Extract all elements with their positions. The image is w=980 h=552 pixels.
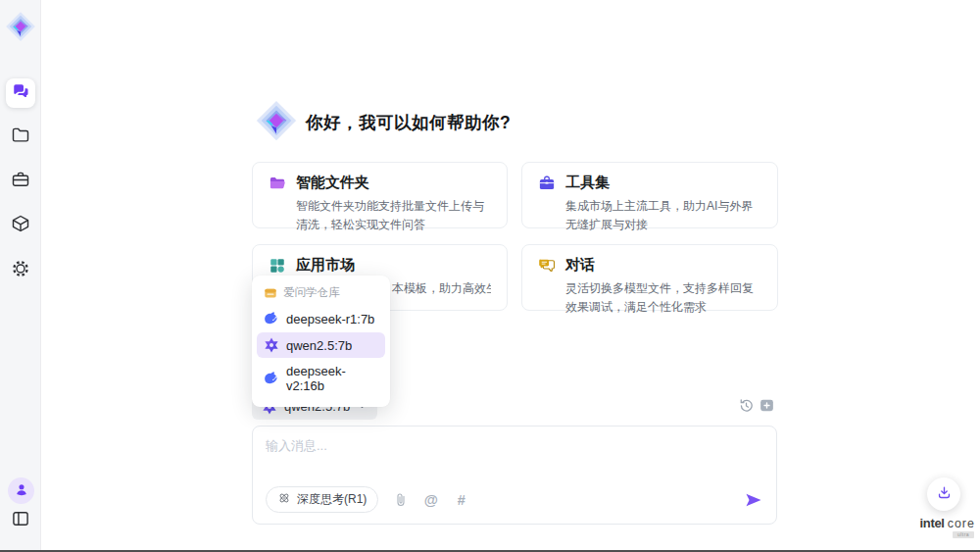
deep-think-toggle[interactable]: 深度思考(R1) [266,486,378,513]
model-group-label: 爱问学仓库 [283,285,340,300]
model-option-qwen[interactable]: qwen2.5:7b [257,332,385,358]
qwen-icon [264,337,279,353]
toolset-briefcase-icon [538,175,556,192]
at-icon[interactable]: @ [422,491,439,508]
dialog-bubbles-icon [538,257,556,275]
intel-badge: ultra [953,531,974,538]
model-option-deepseek-r1[interactable]: deepseek-r1:7b [257,306,385,331]
sidebar-item-toolbox[interactable] [10,171,31,192]
card-smart-folder[interactable]: 智能文件夹 智能文件夹功能支持批量文件上传与清洗，轻松实现文件问答 [252,162,508,228]
briefcase-icon [11,170,30,193]
history-icon[interactable] [738,397,755,414]
composer-toolbar: 深度思考(R1) @ # [266,486,763,513]
card-title: 对话 [565,256,595,275]
app-market-icon [269,257,286,275]
card-desc: 集成市场上主流工具，助力AI与外界无缝扩展与对接 [565,197,761,233]
folder-icon [11,125,30,149]
sidebar-item-settings[interactable] [10,260,31,281]
card-dialog[interactable]: 对话 灵活切换多模型文件，支持多样回复效果调试，满足个性化需求 [521,244,778,311]
card-title: 智能文件夹 [296,174,369,192]
download-button[interactable] [927,477,960,511]
sidebar-item-folders[interactable] [10,126,31,148]
panel-toggle-icon [11,515,30,531]
card-title: 工具集 [565,174,610,192]
model-option-label: deepseek-v2:16b [286,364,378,393]
intel-core-logo: intel core ultra [910,516,975,538]
user-icon [14,481,29,501]
repo-icon [264,286,277,300]
paperclip-icon[interactable] [392,491,409,508]
card-desc: 灵活切换多模型文件，支持多样回复效果调试，满足个性化需求 [565,279,761,316]
download-icon [936,484,953,505]
new-chat-icon[interactable] [759,397,775,414]
chat-bubbles-icon [12,82,29,104]
intel-brand-text: intel [919,516,944,530]
atom-icon [277,491,291,508]
card-desc: 智能文件夹功能支持批量文件上传与清洗，轻松实现文件问答 [296,197,491,233]
sidebar-item-chat[interactable] [6,78,35,108]
model-dropdown: 爱问学仓库 deepseek-r1:7b qwen2.5:7b [252,276,390,407]
app-logo-diamond [4,10,37,43]
intel-product-text: core [948,517,975,530]
send-icon[interactable] [744,490,763,510]
sidebar-item-models[interactable] [10,215,31,236]
greeting-logo-diamond [254,98,299,143]
sidebar-item-panel[interactable] [11,509,30,528]
smart-folder-icon [269,175,286,192]
card-title: 应用市场 [296,256,355,275]
hash-icon[interactable]: # [453,491,469,508]
deepseek-whale-icon [264,371,279,386]
gear-icon [11,259,30,282]
message-input[interactable] [266,437,756,478]
sidebar [0,0,41,550]
message-composer: 深度思考(R1) @ # [252,426,777,525]
model-option-label: qwen2.5:7b [286,338,352,353]
model-option-label: deepseek-r1:7b [286,312,374,326]
deepseek-whale-icon [264,311,279,326]
card-toolset[interactable]: 工具集 集成市场上主流工具，助力AI与外界无缝扩展与对接 [521,162,778,228]
model-group-row: 爱问学仓库 [257,282,385,305]
deep-think-label: 深度思考(R1) [297,491,367,508]
sidebar-item-account[interactable] [8,477,34,504]
cube-icon [11,214,30,237]
model-option-deepseek-v2[interactable]: deepseek-v2:16b [257,359,385,398]
greeting-title: 你好，我可以如何帮助你? [306,111,511,134]
